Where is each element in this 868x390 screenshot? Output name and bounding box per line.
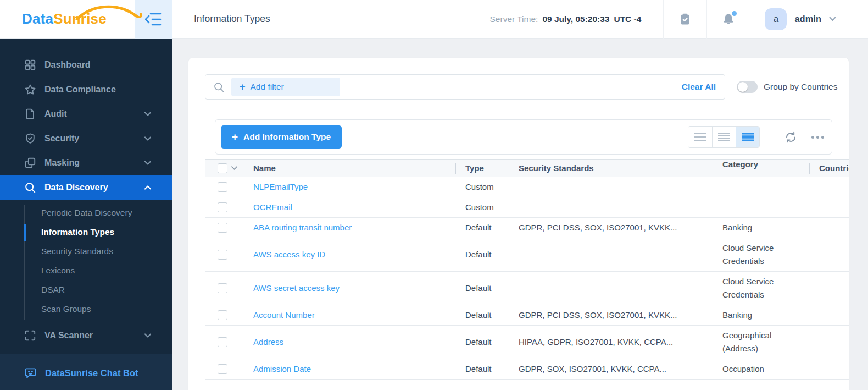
standards-cell: HIPAA, GDPR, ISO27001, KVKK, CCPA...: [509, 326, 713, 359]
info-type-link[interactable]: NLPEmailType: [253, 180, 308, 194]
view-density-dense-button[interactable]: [736, 127, 759, 147]
info-type-link[interactable]: Address: [253, 336, 283, 349]
table-row: ABA routing transit number Default GDPR,…: [205, 218, 849, 238]
row-checkbox[interactable]: [218, 202, 227, 212]
filter-row: + Add filter Clear All Group by Countrie…: [205, 74, 841, 100]
row-checkbox[interactable]: [218, 337, 227, 347]
server-time: Server Time: 09 July, 05:20:33 UTC -4: [490, 14, 642, 24]
standards-cell: GDPR, PCI DSS, SOX, ISO27001, KVKK...: [509, 305, 713, 325]
select-menu-chevron-icon[interactable]: [231, 165, 237, 171]
group-by-countries-control: Group by Countries: [737, 81, 837, 93]
table-toolbar: + Add Information Type: [215, 119, 832, 155]
logo-text-data: Data: [22, 10, 53, 28]
search-icon: [213, 81, 225, 93]
add-filter-button[interactable]: + Add filter: [231, 78, 340, 96]
plus-icon: +: [240, 81, 246, 93]
table-row: NLPEmailType Custom: [205, 177, 849, 197]
clear-all-link[interactable]: Clear All: [682, 82, 716, 92]
content-card: + Add filter Clear All Group by Countrie…: [188, 58, 849, 390]
type-cell: Default: [455, 238, 509, 271]
filter-bar[interactable]: + Add filter Clear All: [205, 74, 725, 100]
user-menu[interactable]: a admin: [750, 8, 868, 30]
top-header: Data Sunrise Information Types Server Ti…: [0, 0, 868, 39]
countries-cell: [809, 177, 849, 197]
sidebar-item-audit[interactable]: Audit: [0, 102, 172, 127]
table-row: Address Default HIPAA, GDPR, ISO27001, K…: [205, 326, 849, 359]
chevron-down-icon: [144, 135, 151, 142]
table-row: AWS access key ID Default Cloud Service …: [205, 238, 849, 272]
sidebar-item-lexicons[interactable]: Lexicons: [0, 261, 172, 281]
sidebar-item-periodic-data-discovery[interactable]: Periodic Data Discovery: [0, 204, 172, 223]
sidebar-collapse-button[interactable]: [135, 0, 172, 39]
notifications-button[interactable]: [707, 0, 750, 39]
sidebar-item-label: Masking: [44, 158, 80, 168]
countries-cell: [809, 305, 849, 325]
sidebar-item-scan-groups[interactable]: Scan Groups: [0, 300, 172, 319]
column-header-name[interactable]: Name: [244, 160, 455, 177]
logo[interactable]: Data Sunrise: [0, 0, 135, 39]
row-checkbox[interactable]: [218, 250, 227, 260]
notification-dot: [732, 11, 737, 16]
info-type-link[interactable]: Account Number: [253, 309, 315, 322]
sidebar-item-data-compliance[interactable]: Data Compliance: [0, 78, 172, 102]
info-type-link[interactable]: AWS access key ID: [253, 248, 325, 261]
chatbot-label: DataSunrise Chat Bot: [45, 368, 138, 378]
group-by-countries-toggle[interactable]: [737, 81, 758, 93]
countries-cell: [809, 238, 849, 271]
sidebar-item-dsar[interactable]: DSAR: [0, 281, 172, 300]
row-checkbox[interactable]: [218, 310, 227, 320]
info-type-link[interactable]: ABA routing transit number: [253, 221, 352, 234]
column-header-security-standards[interactable]: Security Standards: [509, 160, 713, 177]
row-checkbox[interactable]: [218, 283, 227, 293]
main-content: + Add filter Clear All Group by Countrie…: [172, 39, 868, 390]
row-checkbox[interactable]: [218, 223, 227, 233]
info-type-link[interactable]: Admission Date: [253, 362, 311, 376]
dense-lines-icon: [742, 133, 754, 141]
sidebar-item-security[interactable]: Security: [0, 127, 172, 151]
table-row: OCREmail Custom: [205, 197, 849, 218]
chevron-down-icon: [144, 332, 151, 339]
column-header-category[interactable]: Category: [713, 160, 809, 177]
sidebar-item-information-types[interactable]: Information Types: [0, 223, 172, 242]
column-header-countries[interactable]: Countries: [809, 160, 849, 177]
standards-cell: [509, 177, 713, 197]
refresh-icon[interactable]: [784, 131, 797, 144]
sidebar-item-masking[interactable]: Masking: [0, 151, 172, 175]
clipboard-check-icon: [678, 13, 692, 26]
table-row: Admission Date Default GDPR, SOX, ISO270…: [205, 359, 849, 380]
category-cell: Banking: [713, 305, 809, 325]
add-information-type-button[interactable]: + Add Information Type: [221, 125, 342, 149]
type-cell: Default: [455, 359, 509, 379]
category-cell: Banking: [713, 218, 809, 238]
chatbot-button[interactable]: DataSunrise Chat Bot: [0, 367, 172, 380]
sidebar-item-label: Audit: [44, 109, 67, 119]
chevron-down-icon: [829, 17, 836, 21]
standards-cell: [509, 272, 713, 305]
medium-lines-icon: [718, 133, 730, 141]
document-icon: [24, 108, 36, 120]
tasks-button[interactable]: [664, 0, 706, 39]
sidebar-item-dashboard[interactable]: Dashboard: [0, 53, 172, 78]
info-type-link[interactable]: AWS secret access key: [253, 282, 340, 295]
view-density-medium-button[interactable]: [712, 127, 736, 147]
username: admin: [794, 14, 821, 24]
sidebar-item-security-standards[interactable]: Security Standards: [0, 242, 172, 261]
select-all-checkbox[interactable]: [218, 163, 227, 173]
row-checkbox[interactable]: [218, 182, 227, 192]
view-density-sparse-button[interactable]: [688, 127, 712, 147]
plus-icon: +: [232, 131, 238, 143]
more-actions-icon[interactable]: [811, 136, 824, 139]
sidebar-item-va-scanner[interactable]: VA Scanner: [0, 323, 172, 348]
sidebar-item-data-discovery[interactable]: Data Discovery: [0, 175, 172, 200]
type-cell: Default: [455, 272, 509, 305]
sidebar: Dashboard Data Compliance Audit Security…: [0, 39, 172, 390]
column-header-type[interactable]: Type: [455, 160, 509, 177]
sparse-lines-icon: [694, 133, 706, 141]
countries-cell: [809, 197, 849, 217]
category-cell: Geographical (Address): [713, 326, 809, 359]
chat-bubble-icon: [24, 367, 37, 380]
row-checkbox[interactable]: [218, 364, 227, 374]
info-type-link[interactable]: OCREmail: [253, 201, 292, 214]
chevron-up-icon: [144, 184, 151, 191]
sidebar-item-label: Data Compliance: [44, 85, 116, 95]
